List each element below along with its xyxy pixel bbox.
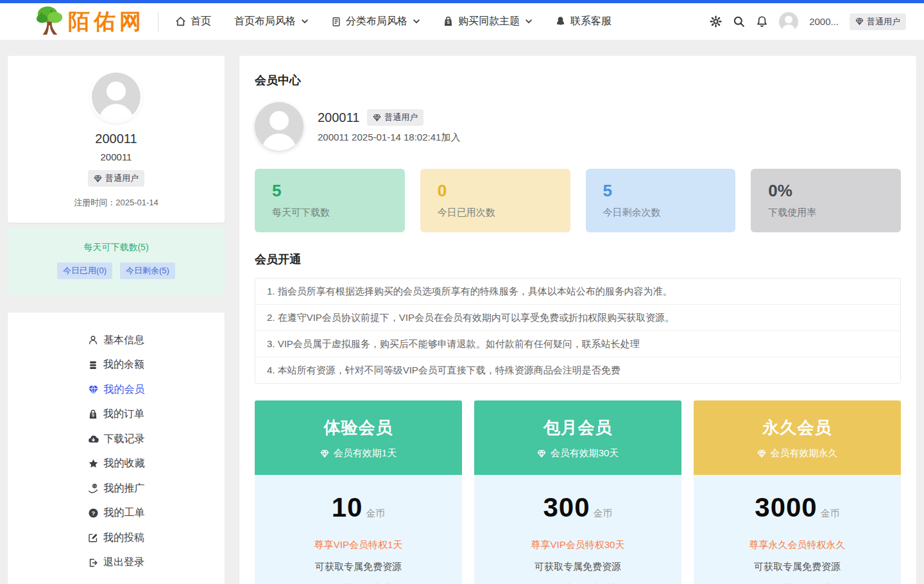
membership-rules: 1. 指会员所享有根据选择购买的会员选项所享有的特殊服务，具体以本站公布的服务内… [255, 278, 901, 384]
sidebar-item-favorites[interactable]: 我的收藏 [8, 452, 225, 477]
question-icon: ? [88, 508, 99, 519]
stats-row: 5 每天可下载数 0 今日已用次数 5 今日剩余次数 0% 下载使用率 [255, 169, 901, 232]
quota-badges: 今日已用(0) 今日剩余(5) [18, 262, 214, 279]
chevron-down-icon [413, 19, 420, 24]
main-panel: 会员中心 200011 普通用户 200011 2025-01-14 18:02… [239, 56, 916, 584]
rules-title: 会员开通 [255, 252, 901, 267]
sidebar-item-promotion[interactable]: 我的推广 [8, 476, 225, 501]
bag-icon: S [88, 409, 98, 420]
nav-home[interactable]: 首页 [175, 15, 211, 28]
plan-monthly-body: 300 金币 尊享VIP会员特权30天 可获取专属免费资源 每日可下载10个免费… [474, 475, 681, 584]
nav-user-badge[interactable]: 普通用户 [850, 13, 906, 30]
plan-monthly[interactable]: 包月会员 会员有效期30天 300 金币 尊享VIP会员特权30天 可获取专属免… [474, 400, 681, 584]
user-avatar[interactable] [779, 12, 798, 31]
quota-used-badge: 今日已用(0) [57, 262, 112, 279]
cloud-download-icon [88, 434, 99, 445]
edit-icon [88, 533, 98, 543]
navbar-right: 2000... 普通用户 [710, 12, 906, 31]
profile-badge-wrap: 普通用户 [21, 170, 212, 187]
nav-category-style[interactable]: 分类布局风格 [331, 15, 420, 28]
sidebar-item-logout[interactable]: 退出登录 [8, 551, 225, 576]
logout-icon [88, 558, 98, 568]
main-nav: 首页 首页布局风格 分类布局风格 S 购买同款主题 联系客服 [175, 15, 612, 28]
sidebar-item-membership[interactable]: 我的会员 [8, 377, 225, 402]
rule-item: 4. 本站所有资源，针对不同等级VIP会员可直接下载，特殊资源商品会注明是否免费 [255, 357, 900, 383]
nav-username[interactable]: 2000... [809, 16, 839, 27]
sidebar-item-orders[interactable]: S 我的订单 [8, 402, 225, 427]
settings-button[interactable] [710, 15, 722, 28]
sidebar-item-basic-info[interactable]: 基本信息 [8, 328, 225, 353]
gem-icon [373, 114, 381, 122]
stat-remaining-today: 5 今日剩余次数 [586, 169, 736, 232]
svg-text:S: S [92, 413, 95, 417]
member-name: 200011 [318, 110, 359, 125]
plan-price: 10 金币 [261, 492, 456, 523]
plans-row: 体验会员 会员有效期1天 10 金币 尊享VIP会员特权1天 可获取专属免费资源… [255, 400, 901, 584]
member-level-badge: 普通用户 [367, 109, 424, 126]
qq-icon [555, 16, 566, 27]
site-logo[interactable]: 陌佑网 [35, 5, 145, 39]
sidebar-menu: 基本信息 我的余额 我的会员 S 我的订单 下载记录 我的收藏 [8, 313, 225, 584]
notifications-button[interactable] [756, 15, 768, 28]
user-icon [88, 335, 98, 345]
person-icon [255, 102, 304, 151]
sidebar-item-submissions[interactable]: 我的投稿 [8, 526, 225, 551]
sidebar: 200011 200011 普通用户 注册时间：2025-01-14 每天可下载… [8, 56, 225, 584]
tree-logo-icon [35, 5, 64, 39]
profile-nickname: 200011 [21, 151, 212, 162]
rule-item: 3. VIP会员属于虚拟服务，购买后不能够申请退款。如付款前有任何疑问，联系站长… [255, 331, 900, 357]
star-icon [88, 458, 99, 469]
site-name: 陌佑网 [68, 7, 145, 37]
member-info: 200011 普通用户 200011 2025-01-14 18:02:41加入 [318, 109, 460, 144]
gem-icon [94, 175, 102, 183]
svg-text:S: S [447, 20, 450, 24]
gem-icon [537, 449, 546, 458]
plan-features: 尊享VIP会员特权1天 可获取专属免费资源 每日可下载10个免费资源 5×8小时… [261, 534, 456, 584]
sidebar-item-tickets[interactable]: ? 我的工单 [8, 501, 225, 526]
sidebar-item-downloads[interactable]: 下载记录 [8, 427, 225, 452]
register-time: 注册时间：2025-01-14 [21, 197, 212, 209]
plan-trial-body: 10 金币 尊享VIP会员特权1天 可获取专属免费资源 每日可下载10个免费资源… [255, 475, 462, 584]
gem-icon [320, 449, 329, 458]
nav-contact[interactable]: 联系客服 [555, 15, 612, 28]
stat-used-today: 0 今日已用次数 [420, 169, 570, 232]
search-button[interactable] [733, 15, 745, 28]
plan-price: 300 金币 [481, 492, 675, 523]
navbar: 陌佑网 首页 首页布局风格 分类布局风格 S 购买同款主题 联系客服 [0, 3, 924, 40]
member-summary: 200011 普通用户 200011 2025-01-14 18:02:41加入 [255, 102, 901, 151]
chevron-down-icon [302, 19, 308, 24]
nav-buy-theme[interactable]: S 购买同款主题 [443, 15, 532, 28]
plan-trial-header: 体验会员 会员有效期1天 [255, 400, 462, 475]
nav-separator [158, 12, 158, 31]
rule-item: 1. 指会员所享有根据选择购买的会员选项所享有的特殊服务，具体以本站公布的服务内… [255, 279, 900, 304]
gem-icon [88, 384, 99, 395]
profile-username: 200011 [21, 132, 212, 146]
svg-text:?: ? [91, 510, 95, 517]
page-title: 会员中心 [255, 73, 901, 88]
document-icon [331, 17, 341, 27]
plan-lifetime[interactable]: 永久会员 会员有效期永久 3000 金币 尊享永久会员特权永久 可获取专属免费资… [694, 400, 901, 584]
quota-remain-badge: 今日剩余(5) [120, 262, 175, 279]
quota-title: 每天可下载数(5) [18, 242, 214, 253]
member-avatar [255, 102, 304, 151]
user-level-badge: 普通用户 [88, 170, 144, 187]
sidebar-item-balance[interactable]: 我的余额 [8, 353, 225, 378]
plan-price: 3000 金币 [700, 492, 894, 523]
plan-trial[interactable]: 体验会员 会员有效期1天 10 金币 尊享VIP会员特权1天 可获取专属免费资源… [255, 400, 462, 584]
plan-lifetime-body: 3000 金币 尊享永久会员特权永久 可获取专属免费资源 每日可下载99个免费资… [694, 475, 901, 584]
coins-icon [88, 360, 98, 370]
gem-icon [855, 17, 864, 26]
person-icon [779, 12, 798, 31]
search-icon [733, 15, 745, 28]
page-body: 200011 200011 普通用户 注册时间：2025-01-14 每天可下载… [0, 40, 924, 584]
rule-item: 2. 在遵守VIP会员协议前提下，VIP会员在会员有效期内可以享受免费或折扣权限… [255, 304, 900, 331]
plan-lifetime-header: 永久会员 会员有效期永久 [694, 400, 901, 475]
stat-daily-limit: 5 每天可下载数 [255, 169, 405, 232]
profile-avatar[interactable] [92, 73, 141, 121]
stat-usage-rate: 0% 下载使用率 [751, 169, 901, 232]
hand-coin-icon [88, 483, 99, 494]
nav-layout-style[interactable]: 首页布局风格 [234, 15, 308, 28]
shopping-bag-icon: S [443, 16, 454, 27]
plan-features: 尊享永久会员特权永久 可获取专属免费资源 每日可下载99个免费资源 5×8小时在… [700, 534, 894, 584]
plan-features: 尊享VIP会员特权30天 可获取专属免费资源 每日可下载10个免费资源 5×8小… [481, 534, 675, 584]
